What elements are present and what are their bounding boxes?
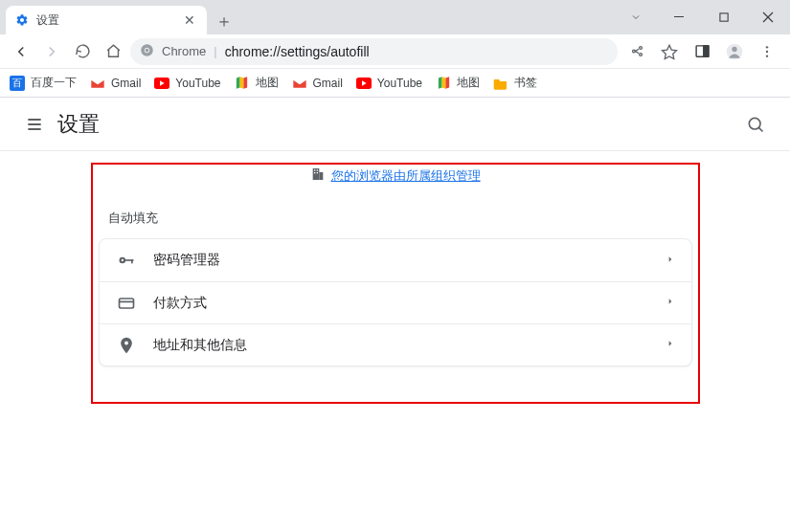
maps-icon xyxy=(235,76,250,91)
svg-point-6 xyxy=(146,48,149,52)
gmail-icon xyxy=(292,76,307,91)
forward-button[interactable] xyxy=(38,38,65,65)
svg-point-4 xyxy=(141,44,153,56)
bookmark-label: 书签 xyxy=(514,75,537,91)
svg-rect-33 xyxy=(316,172,317,173)
svg-point-26 xyxy=(749,118,760,129)
credit-card-icon xyxy=(117,294,136,313)
gear-icon xyxy=(15,13,29,27)
chrome-logo-icon xyxy=(140,43,154,60)
section-title: 自动填充 xyxy=(99,204,692,238)
url-prefix: Chrome xyxy=(162,44,206,58)
youtube-icon xyxy=(356,76,372,91)
svg-marker-20 xyxy=(160,80,165,85)
location-pin-icon xyxy=(117,336,136,355)
svg-point-14 xyxy=(727,43,743,59)
svg-point-7 xyxy=(639,47,642,50)
bookmark-label: 地图 xyxy=(457,75,480,91)
bookmark-label: 百度一下 xyxy=(31,75,77,91)
svg-point-17 xyxy=(766,50,768,52)
bookmark-item[interactable]: Gmail xyxy=(90,76,141,91)
row-addresses[interactable]: 地址和其他信息 xyxy=(100,323,691,366)
svg-rect-11 xyxy=(696,46,709,56)
profile-avatar-icon[interactable] xyxy=(719,38,750,65)
svg-line-2 xyxy=(763,12,773,22)
svg-rect-21 xyxy=(356,78,372,89)
svg-rect-31 xyxy=(316,169,317,170)
row-password-manager[interactable]: 密码管理器 xyxy=(100,239,691,281)
bookmark-item[interactable]: YouTube xyxy=(356,76,422,91)
row-label: 密码管理器 xyxy=(153,252,649,269)
svg-rect-13 xyxy=(703,46,708,56)
svg-rect-39 xyxy=(119,299,133,308)
settings-content: 您的浏览器由所属组织管理 自动填充 密码管理器 付款方式 xyxy=(0,151,790,366)
bookmarks-bar: 百 百度一下 Gmail YouTube 地图 Gmail YouTube xyxy=(0,69,790,98)
window-maximize-button[interactable] xyxy=(702,2,746,33)
reload-button[interactable] xyxy=(69,38,96,65)
bookmark-label: YouTube xyxy=(175,77,220,90)
youtube-icon xyxy=(154,76,169,91)
chevron-right-icon xyxy=(666,296,674,310)
chevron-right-icon xyxy=(666,338,674,352)
building-icon xyxy=(310,166,326,185)
bookmark-item[interactable]: 书签 xyxy=(493,75,537,91)
settings-header: 设置 xyxy=(0,98,790,151)
bookmark-item[interactable]: YouTube xyxy=(154,76,220,91)
page-title: 设置 xyxy=(57,110,100,139)
folder-icon xyxy=(493,76,508,91)
managed-notice-text: 您的浏览器由所属组织管理 xyxy=(331,167,481,185)
browser-tab[interactable]: 设置 ✕ xyxy=(6,6,207,34)
svg-point-9 xyxy=(632,50,635,53)
bookmark-item[interactable]: Gmail xyxy=(292,76,343,91)
svg-rect-36 xyxy=(131,259,133,263)
bookmark-star-icon[interactable] xyxy=(654,38,685,65)
bookmark-item[interactable]: 地图 xyxy=(436,75,480,91)
window-close-button[interactable] xyxy=(746,2,790,33)
side-panel-icon[interactable] xyxy=(687,38,717,65)
svg-marker-10 xyxy=(663,45,677,58)
autofill-section: 自动填充 密码管理器 付款方式 xyxy=(99,204,692,366)
bookmark-item[interactable]: 百 百度一下 xyxy=(10,75,77,91)
tabstrip: 设置 ✕ ＋ xyxy=(0,0,614,34)
chevron-down-icon[interactable] xyxy=(614,11,658,23)
svg-rect-1 xyxy=(719,12,727,20)
new-tab-button[interactable]: ＋ xyxy=(211,8,237,34)
svg-point-37 xyxy=(121,259,123,261)
share-icon[interactable] xyxy=(621,38,652,65)
gmail-icon xyxy=(90,76,105,91)
managed-notice[interactable]: 您的浏览器由所属组织管理 xyxy=(310,166,481,185)
svg-point-18 xyxy=(766,55,768,56)
window-minimize-button[interactable] xyxy=(658,2,702,33)
divider: | xyxy=(214,44,216,58)
svg-point-15 xyxy=(732,46,736,51)
bookmark-label: Gmail xyxy=(111,77,141,90)
svg-rect-29 xyxy=(319,172,323,180)
svg-rect-0 xyxy=(674,16,684,17)
home-button[interactable] xyxy=(100,38,126,65)
svg-marker-22 xyxy=(362,80,367,85)
baidu-icon: 百 xyxy=(10,76,25,91)
svg-rect-30 xyxy=(314,169,315,170)
svg-point-34 xyxy=(119,257,125,264)
bookmark-item[interactable]: 地图 xyxy=(235,75,279,91)
svg-line-27 xyxy=(758,127,762,131)
window-controls xyxy=(614,0,790,34)
svg-rect-35 xyxy=(124,259,133,261)
bookmark-label: 地图 xyxy=(256,75,279,91)
search-icon[interactable] xyxy=(736,105,775,144)
svg-marker-41 xyxy=(668,299,671,303)
svg-point-5 xyxy=(145,47,149,52)
svg-point-42 xyxy=(124,341,128,344)
svg-marker-43 xyxy=(668,341,671,345)
toolbar-right xyxy=(621,38,782,65)
row-label: 地址和其他信息 xyxy=(153,337,649,354)
row-payment-methods[interactable]: 付款方式 xyxy=(100,281,691,323)
chevron-right-icon xyxy=(666,254,674,268)
url-path: chrome://settings/autofill xyxy=(225,44,370,59)
back-button[interactable] xyxy=(8,38,34,65)
kebab-menu-icon[interactable] xyxy=(752,38,782,65)
svg-line-3 xyxy=(763,12,773,22)
close-icon[interactable]: ✕ xyxy=(182,13,197,27)
hamburger-menu-icon[interactable] xyxy=(15,105,54,144)
address-bar[interactable]: Chrome | chrome://settings/autofill xyxy=(130,38,618,65)
